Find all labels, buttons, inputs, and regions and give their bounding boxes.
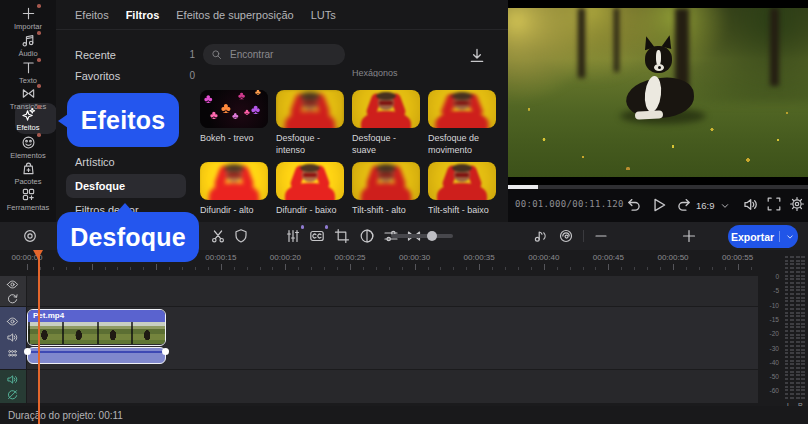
- link-off-icon[interactable]: [6, 388, 19, 401]
- search-input[interactable]: [228, 48, 332, 61]
- effect-tile-difundir-alto[interactable]: Difundir - alto: [200, 162, 270, 216]
- notification-dot: [325, 225, 329, 229]
- meter-led: [796, 345, 805, 347]
- meter-led: [785, 271, 794, 273]
- effect-tile-difundir-baixo[interactable]: Difundir - baixo: [276, 162, 346, 216]
- import-plus-icon: [21, 6, 36, 21]
- motion-tracking-icon[interactable]: [558, 228, 574, 244]
- meter-led: [785, 334, 794, 336]
- meter-led: [796, 312, 805, 314]
- apps-dots-icon[interactable]: [6, 347, 19, 360]
- tab-superposicao[interactable]: Efeitos de superposição: [176, 9, 293, 21]
- effect-thumbnail: [352, 90, 420, 128]
- section-label-text: Hexágonos: [352, 68, 398, 77]
- ruler-tick: [298, 267, 299, 270]
- timeline-zoom-slider[interactable]: [391, 234, 453, 238]
- meter-led: [796, 386, 805, 388]
- effect-thumbnail: [276, 162, 344, 200]
- meter-led: [785, 337, 794, 339]
- sidebar-item-label: Importar: [14, 22, 42, 31]
- crop-icon[interactable]: [334, 228, 350, 244]
- volume-icon[interactable]: [742, 196, 760, 214]
- category-artistico[interactable]: Artístico: [75, 156, 115, 168]
- bokeh-club-glyph: ♣: [251, 102, 260, 116]
- timeline-clip-pet-mp4[interactable]: Pet.mp4: [27, 309, 166, 346]
- meter-led: [785, 267, 794, 269]
- meter-led: [796, 349, 805, 351]
- effect-tile-desfoque-movimento[interactable]: Desfoque de movimento: [428, 90, 498, 156]
- effect-name: Tilt-shift - alto: [352, 204, 422, 216]
- meter-scale-label: -50: [758, 373, 779, 380]
- chevron-down-icon[interactable]: [719, 196, 731, 214]
- sidebar-item-audio[interactable]: Áudio: [0, 33, 56, 61]
- effect-name: Difundir - baixo: [276, 204, 346, 216]
- ruler-tick: [595, 267, 596, 270]
- playback-progress-bar[interactable]: [508, 185, 808, 189]
- speaker-icon[interactable]: [6, 373, 19, 386]
- fullscreen-icon[interactable]: [766, 196, 784, 214]
- letterbox-bar: [508, 0, 808, 8]
- effect-tile-desfoque-intenso[interactable]: Desfoque - intenso: [276, 90, 346, 156]
- tab-filtros[interactable]: Filtros: [126, 9, 160, 21]
- sidebar-item-label: Pacotes: [14, 177, 41, 186]
- category-desfoque[interactable]: Desfoque: [75, 180, 125, 192]
- play-icon[interactable]: [650, 196, 668, 214]
- effect-tile-bokeh-trevo[interactable]: ♣♣♣♣♣♣♣♣ Bokeh - trevo: [200, 90, 270, 144]
- tab-luts[interactable]: LUTs: [311, 9, 336, 21]
- sidebar-item-importar[interactable]: Importar: [0, 6, 56, 34]
- export-button[interactable]: Exportar: [728, 225, 798, 248]
- zoom-slider-knob[interactable]: [427, 231, 437, 241]
- strip-handle-right[interactable]: [162, 348, 169, 355]
- meter-led: [796, 397, 805, 399]
- preview-player: 00:01.000/00:11.120 16:9: [508, 0, 808, 222]
- meter-led: [796, 371, 805, 373]
- callout-desfoque: Desfoque: [57, 212, 199, 262]
- playhead-marker: [33, 250, 43, 259]
- meter-led: [796, 360, 805, 362]
- meter-led: [796, 256, 805, 258]
- eye-icon[interactable]: [6, 315, 19, 328]
- list-item-favoritos[interactable]: Favoritos 0: [75, 70, 195, 84]
- record-icon[interactable]: [22, 228, 38, 244]
- tab-efeitos[interactable]: Efeitos: [75, 9, 109, 21]
- effect-tile-desfoque-suave[interactable]: Desfoque - suave: [352, 90, 422, 156]
- sidebar-item-elementos[interactable]: Elementos: [0, 135, 56, 163]
- meter-led: [796, 367, 805, 369]
- list-item-recente[interactable]: Recente 1: [75, 49, 195, 63]
- effect-tile-tiltshift-baixo[interactable]: Tilt-shift - baixo: [428, 162, 498, 216]
- sidebar-item-efeitos[interactable]: Efeitos: [0, 107, 56, 135]
- strip-handle-left[interactable]: [24, 348, 31, 355]
- player-settings-gear-icon[interactable]: [789, 196, 807, 214]
- zoom-in-plus-icon[interactable]: [681, 228, 697, 244]
- effect-name: Desfoque - intenso: [276, 132, 346, 156]
- notification-dot: [37, 4, 41, 8]
- search-box[interactable]: [203, 44, 345, 65]
- stabilize-shield-icon[interactable]: [233, 228, 249, 244]
- meter-led: [785, 382, 794, 384]
- player-controls: 00:01.000/00:11.120 16:9: [508, 189, 808, 222]
- aspect-ratio-dropdown[interactable]: 16:9: [696, 200, 715, 211]
- sidebar-item-label: Áudio: [18, 49, 37, 58]
- captions-cc-icon[interactable]: [309, 228, 325, 244]
- audio-track-header: [0, 370, 26, 403]
- sidebar-item-pacotes[interactable]: Pacotes: [0, 161, 56, 189]
- step-back-icon[interactable]: [624, 196, 642, 214]
- linked-effect-strip[interactable]: [27, 347, 166, 364]
- sidebar-item-texto[interactable]: Texto: [0, 60, 56, 88]
- eye-icon[interactable]: [6, 278, 19, 291]
- meter-led: [796, 337, 805, 339]
- zoom-out-minus-icon[interactable]: [593, 228, 609, 244]
- ruler-tick: [337, 267, 338, 270]
- download-icon[interactable]: [468, 47, 486, 65]
- sidebar-item-ferramentas[interactable]: Ferramentas: [0, 187, 56, 215]
- playhead[interactable]: [38, 250, 40, 424]
- color-adjust-icon[interactable]: [359, 228, 375, 244]
- split-scissors-icon[interactable]: [210, 228, 226, 244]
- audio-levels-icon[interactable]: [285, 228, 301, 244]
- step-forward-icon[interactable]: [676, 196, 694, 214]
- speaker-icon[interactable]: [6, 331, 19, 344]
- effect-tile-tiltshift-alto[interactable]: Tilt-shift - alto: [352, 162, 422, 216]
- sound-note-icon[interactable]: [532, 228, 548, 244]
- loop-link-icon[interactable]: [6, 292, 19, 305]
- meter-led: [796, 341, 805, 343]
